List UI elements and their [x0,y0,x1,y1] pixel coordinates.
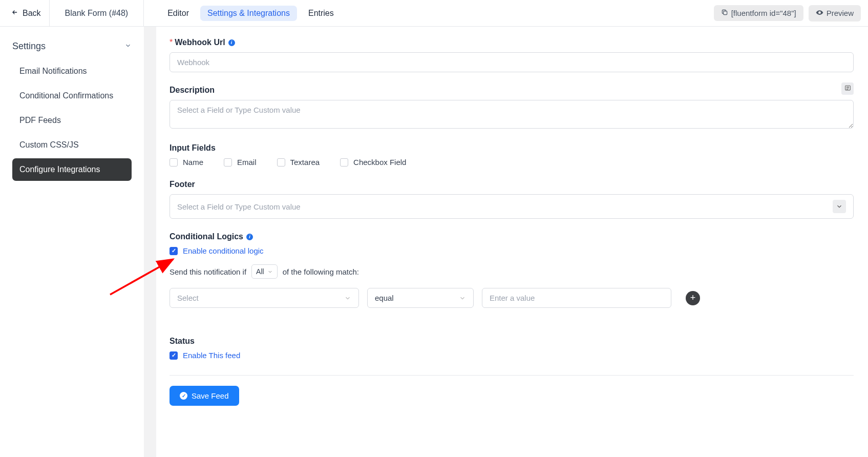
sidebar-item-custom-css-js[interactable]: Custom CSS/JS [12,134,132,156]
checkbox-enable-conditional[interactable]: Enable conditional logic [170,246,854,255]
description-textarea[interactable] [170,100,854,129]
checkbox-checkbox-field[interactable]: Checkbox Field [340,158,406,167]
checkbox-label: Checkbox Field [353,158,406,167]
checkbox-label: Name [183,158,203,167]
svg-rect-0 [723,11,727,15]
form-title: Blank Form (#48) [50,0,144,26]
field-status: Status Enable This feed [170,337,854,360]
tabs: Editor Settings & Integrations Entries [144,0,341,26]
sidebar-item-conditional-confirmations[interactable]: Conditional Confirmations [12,85,132,107]
checkbox-email[interactable]: Email [224,158,257,167]
checkbox-textarea[interactable]: Textarea [277,158,320,167]
chevron-down-icon [833,200,846,213]
arrow-left-icon [11,9,18,18]
check-circle-icon: ✓ [180,392,187,400]
cond-value-input[interactable] [482,288,671,308]
checkbox-label: Textarea [290,158,320,167]
tab-entries[interactable]: Entries [301,6,341,21]
info-icon[interactable]: i [246,234,253,240]
description-label: Description [170,86,854,95]
chevron-down-icon [267,269,273,275]
list-icon [844,85,851,93]
required-mark: * [170,38,173,47]
enable-feed-label: Enable This feed [183,351,240,360]
chevron-down-icon [344,295,351,302]
checkbox-checked-icon [170,351,178,360]
checkbox-checked-icon [170,247,178,255]
chevron-down-icon [124,41,132,52]
checkbox-icon [277,158,285,167]
add-condition-button[interactable]: + [686,291,700,305]
preview-label: Preview [827,9,854,17]
field-description: Description [170,86,854,130]
checkbox-name[interactable]: Name [170,158,203,167]
sidebar: Settings Email Notifications Conditional… [0,27,144,457]
footer-select[interactable]: Select a Field or Type Custom value [170,194,854,219]
sidebar-item-configure-integrations[interactable]: Configure Integrations [12,158,132,181]
sidebar-title: Settings [12,41,46,52]
copy-icon [721,9,728,17]
cond-operator-select[interactable]: equal [367,288,474,308]
cond-text-after: of the following match: [283,267,359,276]
top-right: [fluentform id="48"] Preview [714,5,861,22]
back-button[interactable]: Back [7,0,50,26]
webhook-label: Webhook Url [175,38,225,47]
conditional-label: Conditional Logics [170,232,243,241]
save-label: Save Feed [192,391,229,400]
cond-text-before: Send this notification if [170,267,246,276]
field-conditional: Conditional Logics i Enable conditional … [170,232,854,308]
chevron-down-icon [459,295,466,302]
field-webhook: *Webhook Url i [170,38,854,72]
tab-settings[interactable]: Settings & Integrations [200,6,297,21]
webhook-input[interactable] [170,52,854,72]
save-feed-button[interactable]: ✓ Save Feed [170,386,239,406]
divider [170,375,854,376]
eye-icon [816,9,823,18]
svg-point-1 [819,12,820,13]
insert-field-button[interactable] [841,82,854,95]
field-input-fields: Input Fields Name Email Textarea Checkbo… [170,143,854,167]
status-label: Status [170,337,854,346]
sidebar-header[interactable]: Settings [12,36,132,60]
plus-icon: + [690,293,696,303]
footer-placeholder: Select a Field or Type Custom value [177,202,301,211]
info-icon[interactable]: i [228,39,235,46]
back-label: Back [23,9,41,18]
content-area: *Webhook Url i Description Input Fields [156,27,868,457]
preview-button[interactable]: Preview [809,5,861,22]
main: Settings Email Notifications Conditional… [0,27,868,457]
match-mode-value: All [256,267,264,276]
input-fields-label: Input Fields [170,143,854,153]
shortcode-button[interactable]: [fluentform id="48"] [714,5,803,21]
enable-conditional-label: Enable conditional logic [183,246,264,255]
cond-field-placeholder: Select [177,294,199,302]
top-bar: Back Blank Form (#48) Editor Settings & … [0,0,868,27]
footer-label: Footer [170,180,854,189]
cond-field-select[interactable]: Select [170,288,359,308]
checkbox-label: Email [237,158,257,167]
checkbox-icon [340,158,348,167]
shortcode-text: [fluentform id="48"] [731,9,796,17]
checkbox-icon [170,158,178,167]
match-mode-select[interactable]: All [251,264,278,279]
vertical-divider [144,27,156,457]
checkbox-enable-feed[interactable]: Enable This feed [170,351,854,360]
tab-editor[interactable]: Editor [160,6,196,21]
checkbox-icon [224,158,232,167]
cond-operator-value: equal [375,294,394,302]
sidebar-item-pdf-feeds[interactable]: PDF Feeds [12,109,132,132]
field-footer: Footer Select a Field or Type Custom val… [170,180,854,219]
sidebar-item-email-notifications[interactable]: Email Notifications [12,60,132,82]
